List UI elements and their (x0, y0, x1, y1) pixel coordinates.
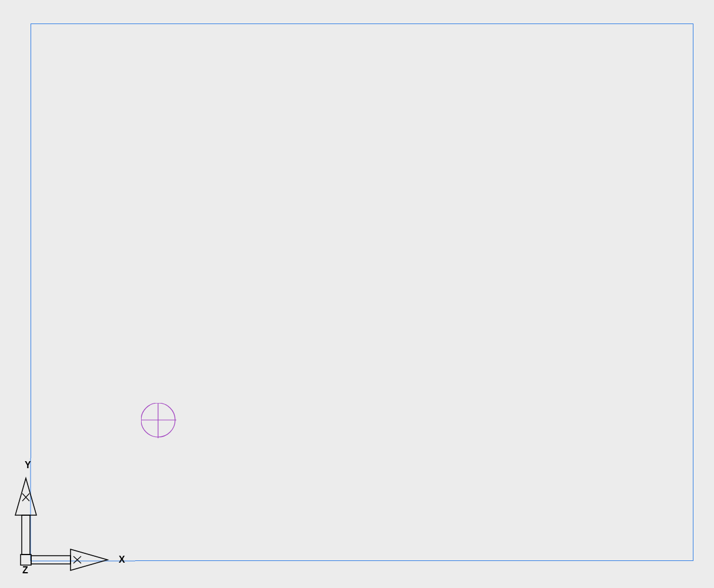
y-axis-label: Y (25, 460, 31, 471)
datum-marker-icon (141, 403, 179, 441)
x-axis-label: X (119, 555, 125, 565)
svg-rect-3 (31, 553, 64, 562)
viewport-frame[interactable] (31, 23, 693, 561)
z-axis-label: Z (22, 565, 28, 576)
svg-rect-0 (20, 552, 31, 563)
svg-marker-4 (64, 547, 101, 568)
